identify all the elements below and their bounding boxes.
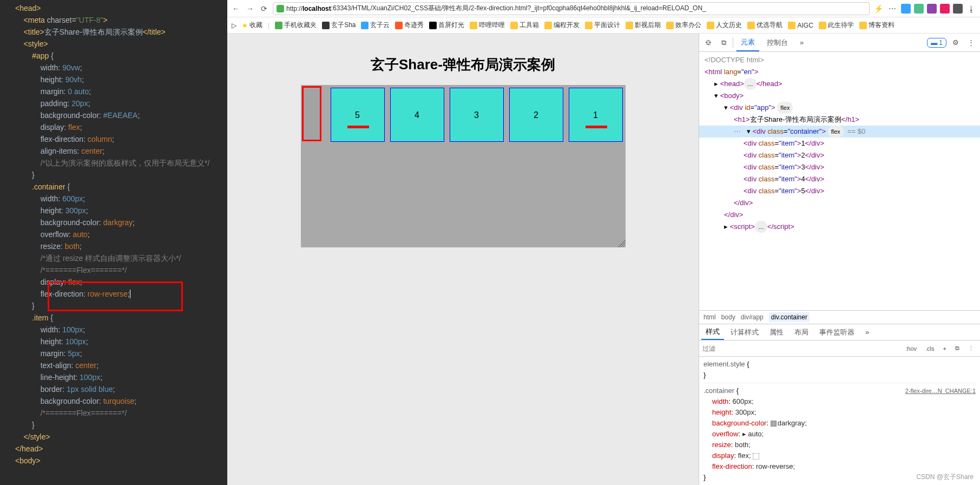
hov-button[interactable]: :hov	[903, 344, 919, 353]
bookmark-icon	[707, 22, 714, 29]
bookmark-icon	[429, 22, 437, 29]
filter-input[interactable]	[702, 345, 899, 352]
bookmark-icon	[788, 22, 795, 29]
cls-button[interactable]: .cls	[923, 344, 937, 353]
tab-more[interactable]: »	[795, 34, 808, 51]
kebab-icon[interactable]: ⋮	[965, 37, 977, 49]
favorites-button[interactable]: ★收藏	[242, 21, 262, 30]
tab-console[interactable]: 控制台	[762, 34, 792, 51]
apps-icon[interactable]	[953, 4, 963, 14]
star-icon: ★	[242, 22, 248, 29]
bookmark-item[interactable]: 影视后期	[626, 21, 661, 30]
add-rule-button[interactable]: +	[940, 344, 949, 353]
extension-icon[interactable]	[901, 4, 911, 14]
bookmark-icon	[361, 22, 369, 29]
flex-item[interactable]: 3	[450, 88, 504, 142]
bookmark-icon	[510, 22, 518, 29]
bookmark-icon	[585, 22, 593, 29]
bookmark-icon	[859, 22, 867, 29]
bookmark-item[interactable]: 此生待学	[819, 21, 854, 30]
bookmark-item[interactable]: 工具箱	[510, 21, 539, 30]
devtools-panel: ⯐ ⧉ 元素 控制台 » ▬1 ⚙ ⋮ <!DOCTYPE html><html…	[699, 34, 980, 485]
breadcrumb-item[interactable]: body	[721, 313, 735, 321]
bookmark-item[interactable]: 博客资料	[859, 21, 895, 30]
browser-panel: ← → ⟳ http://localhost:63343/HTML/XuanZi…	[227, 0, 980, 485]
bookmark-icon	[666, 22, 674, 29]
bookmark-item[interactable]: 玄子Sha	[322, 21, 356, 30]
url-host: localhost	[302, 5, 331, 12]
url-bar[interactable]: http://localhost:63343/HTML/XuanZi/CH02_…	[273, 2, 870, 15]
devtools-overlay	[302, 86, 321, 141]
page-title: 玄子Share-弹性布局演示案例	[371, 55, 555, 74]
extension-icon[interactable]	[914, 4, 924, 14]
more-icon[interactable]: ⋯	[887, 3, 898, 14]
bookmark-item[interactable]: 哔哩哔哩	[470, 21, 505, 30]
bookmark-item[interactable]: 人文历史	[707, 21, 742, 30]
extension-icon[interactable]	[927, 4, 937, 14]
security-shield-icon	[277, 5, 284, 12]
reload-button[interactable]: ⟳	[259, 3, 269, 14]
sidebar-toggle-icon[interactable]: ▷	[232, 22, 236, 29]
browser-toolbar: ← → ⟳ http://localhost:63343/HTML/XuanZi…	[227, 0, 980, 17]
forward-button[interactable]: →	[245, 3, 255, 14]
bookmark-icon	[275, 22, 282, 29]
settings-icon[interactable]: ⚙	[950, 37, 962, 49]
content-area: 玄子Share-弹性布局演示案例 12345 ⯐ ⧉ 元素 控制台 » ▬1 ⚙…	[227, 34, 980, 485]
rendered-page: 玄子Share-弹性布局演示案例 12345	[227, 34, 699, 485]
styles-tab[interactable]: 样式	[701, 324, 724, 340]
watermark: CSDN @玄子Share	[916, 473, 974, 482]
more-styles-icon[interactable]: ⋮	[965, 343, 977, 353]
breadcrumb-item[interactable]: div.container	[769, 312, 810, 322]
bookmark-icon	[470, 22, 477, 29]
zap-icon[interactable]: ⚡	[873, 3, 884, 14]
dom-tree[interactable]: <!DOCTYPE html><html lang="en">▸ <head>……	[699, 52, 980, 310]
styles-tab[interactable]: 布局	[790, 324, 813, 340]
url-path: :63343/HTML/XuanZi/CH02_CSS基础/弹性布局/2-fle…	[331, 4, 706, 13]
flex-container[interactable]: 12345	[301, 85, 626, 247]
back-button[interactable]: ←	[231, 3, 241, 14]
bookmark-icon	[544, 22, 552, 29]
styles-tabs: 样式计算样式属性布局事件监听器»	[699, 324, 980, 340]
styles-tab[interactable]: 计算样式	[726, 324, 763, 340]
flex-item[interactable]: 4	[390, 88, 444, 142]
breadcrumb-item[interactable]: html	[703, 313, 716, 321]
bookmark-item[interactable]: 编程开发	[544, 21, 580, 30]
flex-item[interactable]: 5	[331, 88, 385, 142]
bookmark-item[interactable]: 玄子云	[361, 21, 390, 30]
bookmark-icon	[819, 22, 826, 29]
flex-item[interactable]: 2	[509, 88, 563, 142]
device-toggle-icon[interactable]: ⧉	[718, 37, 729, 49]
bookmark-item[interactable]: 首屏灯光	[429, 21, 464, 30]
flex-item[interactable]: 1	[569, 88, 623, 142]
bookmark-icon	[626, 22, 633, 29]
bookmark-item[interactable]: 优选导航	[747, 21, 782, 30]
bookmark-item[interactable]: 平面设计	[585, 21, 620, 30]
bookmark-item[interactable]: 手机收藏夹	[275, 21, 317, 30]
copy-icon[interactable]: ⧉	[952, 343, 962, 353]
styles-tab[interactable]: 属性	[765, 324, 788, 340]
styles-tab[interactable]: »	[861, 324, 873, 340]
issues-badge[interactable]: ▬1	[927, 38, 946, 48]
bookmark-item[interactable]: AIGC	[788, 21, 813, 30]
bookmark-icon	[322, 22, 330, 29]
code-editor[interactable]: <head> <meta charset="UTF-8"> <title>玄子S…	[0, 0, 227, 485]
styles-pane[interactable]: element.style {}2-flex-dire…N_CHANGE:1.c…	[699, 357, 980, 485]
download-icon[interactable]: ⭳	[966, 3, 977, 14]
bookmark-icon	[395, 22, 403, 29]
bookmark-item[interactable]: 奇迹秀	[395, 21, 424, 30]
extension-icon[interactable]	[940, 4, 950, 14]
url-prefix: http://	[286, 5, 302, 12]
dom-breadcrumb[interactable]: htmlbodydiv#appdiv.container	[699, 310, 980, 324]
devtools-tabs: ⯐ ⧉ 元素 控制台 » ▬1 ⚙ ⋮	[699, 34, 980, 52]
bookmark-item[interactable]: 效率办公	[666, 21, 701, 30]
styles-tab[interactable]: 事件监听器	[815, 324, 859, 340]
tab-elements[interactable]: 元素	[736, 34, 759, 51]
bookmarks-bar: ▷ ★收藏 | 手机收藏夹玄子Sha玄子云奇迹秀首屏灯光哔哩哔哩工具箱编程开发平…	[227, 17, 980, 34]
breadcrumb-item[interactable]: div#app	[741, 313, 764, 321]
styles-filter-row: :hov .cls + ⧉ ⋮	[699, 340, 980, 357]
inspect-icon[interactable]: ⯐	[702, 37, 714, 49]
bookmark-icon	[747, 22, 755, 29]
